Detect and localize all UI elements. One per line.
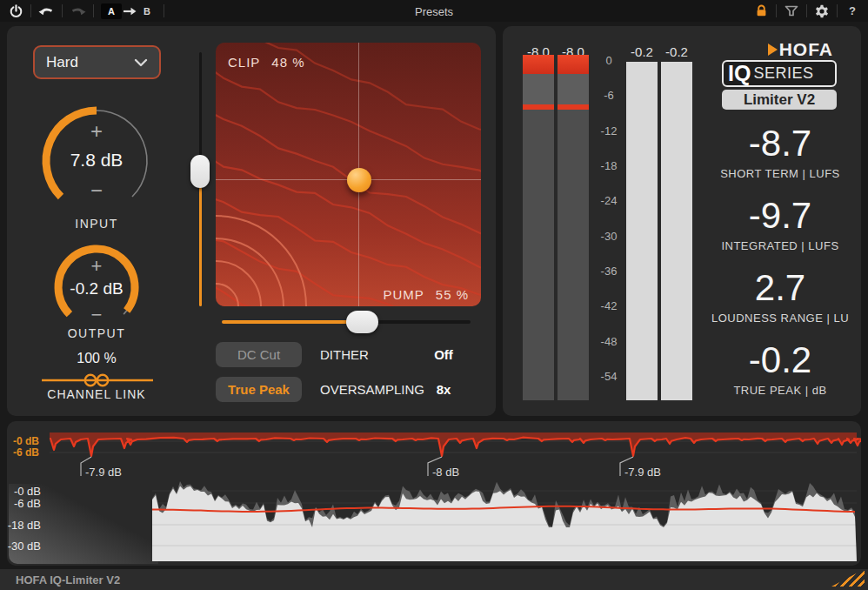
clip-slider-track-upper[interactable] [199,52,202,156]
channel-link-toggle[interactable] [42,372,153,389]
chain-link-icon [42,372,153,389]
logo-iq: IQ [728,63,751,84]
stat-value: 2.7 [688,268,868,308]
stat-value: -0.2 [688,340,868,380]
meter-scale-label: -54 [591,370,626,383]
toolbar-separator [776,4,777,17]
wave-scale-label: -30 dB [7,540,41,553]
meter-scale-label: -12 [591,124,626,137]
oversampling-value[interactable]: 8x [416,377,471,402]
oversampling-label: OVERSAMPLING [320,377,424,402]
clip-slider-thumb[interactable] [190,155,210,188]
output-value: -0.2 dB [49,279,144,298]
clip-readout: CLIP 48 % [228,55,305,70]
ab-slot-b-button[interactable]: B [137,3,157,19]
meters-panel: -8.0 -8.0 -0.2 -0.2 0-6-12-18-24-30-36-4… [503,26,861,416]
pump-label: PUMP [383,287,424,302]
gr-scale-label: -6 dB [7,446,39,459]
meter-scale-label: -30 [591,230,626,243]
output-decrement-button[interactable]: − [49,305,144,325]
pump-readout: PUMP 55 % [383,287,469,302]
toolbar: A B Presets ? [0,0,868,22]
true-peak-button[interactable]: True Peak [216,377,302,402]
power-button[interactable] [8,3,23,20]
gr-annotation: -7.9 dB [624,466,661,479]
output-knob[interactable]: + -0.2 dB − [49,239,144,335]
clip-value: 48 % [271,55,304,70]
stat-caption: INTEGRATED | LUFS [688,239,868,252]
channel-link-value: 100 % [36,351,157,366]
logo-brand-row: HOFA [722,40,837,58]
lock-button[interactable] [753,3,769,20]
power-icon [10,4,23,17]
mode-value: Hard [46,54,78,71]
help-button[interactable]: ? [845,3,860,20]
preset-transfer-button[interactable] [784,3,799,20]
lock-icon [755,4,768,17]
stat-caption: SHORT TERM | LUFS [688,167,868,180]
clip-label: CLIP [228,55,260,70]
meter-scale-label: -48 [591,335,626,348]
presets-menu[interactable]: Presets [415,5,453,18]
logo-product-bar: Limiter V2 [722,90,837,110]
stat-loudness-range: 2.7 LOUDNESS RANGE | LU [688,268,868,325]
logo-product: Limiter V2 [744,91,815,109]
clip-pump-pad[interactable]: CLIP 48 % PUMP 55 % [216,43,481,306]
ab-copy-button[interactable] [122,3,137,20]
logo-series: SERIES [753,64,813,83]
dither-value[interactable]: Off [416,342,471,367]
toolbar-separator [62,4,63,17]
input-value: 7.8 dB [36,150,157,171]
redo-button[interactable] [70,3,86,20]
stat-value: -8.7 [688,124,868,164]
history-panel: -0 dB -6 dB -0 dB -6 dB -18 dB -30 dB -7… [7,421,861,566]
stat-short-term: -8.7 SHORT TERM | LUFS [688,124,868,180]
pump-slider-track-left[interactable] [222,320,355,324]
gr-scale-label: -0 dB [7,435,39,447]
pump-slider-thumb[interactable] [346,311,378,333]
toolbar-separator [164,4,164,17]
stat-value: -9.7 [688,196,868,236]
footer: HOFA IQ-Limiter V2 [0,569,868,590]
toolbar-right-group: ? [753,3,860,20]
toolbar-separator [837,4,838,17]
gr-annotation: -8 dB [432,466,459,479]
input-decrement-button[interactable]: − [36,180,157,201]
meter-scale-label: 0 [591,54,626,67]
settings-button[interactable] [814,3,830,20]
undo-button[interactable] [38,3,55,20]
meter-scale-label: -42 [591,299,626,312]
gear-icon [815,4,829,18]
clip-slider-track-lower[interactable] [199,187,202,306]
funnel-icon [785,4,798,17]
stat-caption: LOUDNESS RANGE | LU [688,312,868,325]
input-label: INPUT [36,217,157,231]
wave-scale-label: -6 dB [7,497,41,510]
logo-brand: HOFA [779,40,833,58]
logo-series-box: IQ SERIES [722,60,837,87]
pump-slider-track-right[interactable] [372,320,471,324]
pad-handle[interactable] [347,168,371,192]
ab-slot-a-button[interactable]: A [101,3,122,19]
toolbar-separator [30,4,31,17]
toolbar-separator [93,4,94,17]
undo-icon [38,5,55,17]
meter-scale-label: -18 [591,159,626,172]
pump-value: 55 % [436,287,469,302]
gr-annotation: -7.9 dB [85,466,122,479]
dc-cut-button[interactable]: DC Cut [216,342,302,367]
mode-select[interactable]: Hard [33,45,161,79]
channel-link-label: CHANNEL LINK [18,387,175,401]
output-increment-button[interactable]: + [49,257,144,276]
logo-triangle-icon [768,44,778,56]
loudness-stats: -8.7 SHORT TERM | LUFS -9.7 INTEGRATED |… [688,124,868,412]
meter-scale-label: -24 [591,194,626,207]
main-panel: Hard + 7.8 dB − INPUT + -0.2 dB − OUTPUT… [7,26,496,416]
redo-icon [70,5,86,17]
meter-scale-label: -6 [591,89,626,102]
input-knob[interactable]: + 7.8 dB − [36,100,157,222]
stat-true-peak: -0.2 TRUE PEAK | dB [688,340,868,397]
history-svg [7,421,861,566]
input-increment-button[interactable]: + [36,121,157,142]
wave-scale-label: -18 dB [7,519,41,532]
